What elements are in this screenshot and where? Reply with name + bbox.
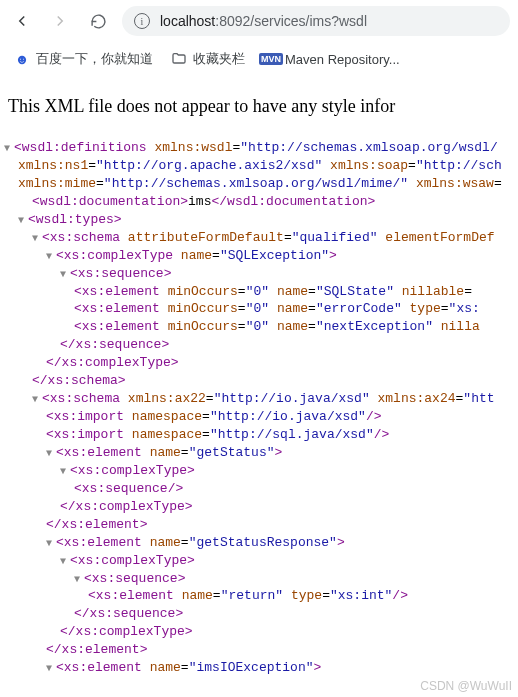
xml-line: </xs:schema> bbox=[4, 372, 514, 390]
bookmark-folder-fav[interactable]: 收藏夹栏 bbox=[171, 50, 245, 68]
xml-line[interactable]: ▼<xs:schema attributeFormDefault="qualif… bbox=[4, 229, 514, 247]
disclosure-triangle-icon[interactable]: ▼ bbox=[74, 573, 84, 587]
bookmark-maven[interactable]: MVN Maven Repository... bbox=[263, 51, 400, 67]
xml-line: </xs:complexType> bbox=[4, 623, 514, 641]
disclosure-triangle-icon[interactable]: ▼ bbox=[46, 447, 56, 461]
disclosure-triangle-icon[interactable]: ▼ bbox=[60, 268, 70, 282]
xml-line[interactable]: ▼<xs:element name="imsIOException"> bbox=[4, 659, 514, 677]
xml-line[interactable]: ▼<xs:sequence> bbox=[4, 265, 514, 283]
xml-line[interactable]: ▼<xs:complexType name="SQLException"> bbox=[4, 247, 514, 265]
site-info-icon[interactable]: i bbox=[134, 13, 150, 29]
xml-line: </xs:element> bbox=[4, 516, 514, 534]
disclosure-triangle-icon[interactable]: ▼ bbox=[46, 250, 56, 264]
xml-line: <xs:sequence/> bbox=[4, 480, 514, 498]
xml-line: </xs:sequence> bbox=[4, 336, 514, 354]
xml-line: <xs:import namespace="http://sql.java/xs… bbox=[4, 426, 514, 444]
disclosure-triangle-icon[interactable]: ▼ bbox=[46, 662, 56, 676]
disclosure-triangle-icon[interactable]: ▼ bbox=[60, 465, 70, 479]
forward-button[interactable] bbox=[46, 7, 74, 35]
xml-line: </xs:sequence> bbox=[4, 605, 514, 623]
bookmarks-bar: ☻ 百度一下，你就知道 收藏夹栏 MVN Maven Repository... bbox=[0, 42, 518, 78]
xml-line: <xs:element name="return" type="xs:int"/… bbox=[4, 587, 514, 605]
xml-style-notice: This XML file does not appear to have an… bbox=[0, 78, 518, 139]
disclosure-triangle-icon[interactable]: ▼ bbox=[46, 537, 56, 551]
disclosure-triangle-icon[interactable]: ▼ bbox=[18, 214, 28, 228]
xml-line: <wsdl:documentation>ims</wsdl:documentat… bbox=[4, 193, 514, 211]
xml-line: <xs:element minOccurs="0" name="nextExce… bbox=[4, 318, 514, 336]
xml-line[interactable]: ▼<xs:schema xmlns:ax22="http://io.java/x… bbox=[4, 390, 514, 408]
xml-line[interactable]: ▼<xs:sequence> bbox=[4, 570, 514, 588]
xml-line: <xs:element minOccurs="0" name="SQLState… bbox=[4, 283, 514, 301]
back-button[interactable] bbox=[8, 7, 36, 35]
url-text: localhost:8092/services/ims?wsdl bbox=[160, 13, 367, 29]
xml-line[interactable]: ▼<wsdl:definitions xmlns:wsdl="http://sc… bbox=[4, 139, 514, 157]
mvn-icon: MVN bbox=[263, 51, 279, 67]
disclosure-triangle-icon[interactable]: ▼ bbox=[32, 232, 42, 246]
xml-line[interactable]: ▼<xs:element name="getStatus"> bbox=[4, 444, 514, 462]
bookmark-label: 百度一下，你就知道 bbox=[36, 50, 153, 68]
xml-line: xmlns:ns1="http://org.apache.axis2/xsd" … bbox=[4, 157, 514, 175]
reload-button[interactable] bbox=[84, 7, 112, 35]
address-bar[interactable]: i localhost:8092/services/ims?wsdl bbox=[122, 6, 510, 36]
bookmark-label: Maven Repository... bbox=[285, 52, 400, 67]
xml-line[interactable]: ▼<wsdl:types> bbox=[4, 211, 514, 229]
browser-toolbar: i localhost:8092/services/ims?wsdl bbox=[0, 0, 518, 42]
xml-line: <xs:import namespace="http://io.java/xsd… bbox=[4, 408, 514, 426]
bookmark-label: 收藏夹栏 bbox=[193, 50, 245, 68]
disclosure-triangle-icon[interactable]: ▼ bbox=[32, 393, 42, 407]
xml-line[interactable]: ▼<xs:complexType> bbox=[4, 552, 514, 570]
xml-line: xmlns:mime="http://schemas.xmlsoap.org/w… bbox=[4, 175, 514, 193]
xml-line: </xs:complexType> bbox=[4, 498, 514, 516]
xml-line[interactable]: ▼<xs:complexType> bbox=[4, 462, 514, 480]
bookmark-baidu[interactable]: ☻ 百度一下，你就知道 bbox=[14, 50, 153, 68]
disclosure-triangle-icon[interactable]: ▼ bbox=[60, 555, 70, 569]
baidu-icon: ☻ bbox=[14, 51, 30, 67]
xml-line[interactable]: ▼<xs:element name="getStatusResponse"> bbox=[4, 534, 514, 552]
folder-icon bbox=[171, 51, 187, 67]
xml-line: <xs:element minOccurs="0" name="errorCod… bbox=[4, 300, 514, 318]
watermark-text: CSDN @WuWuII bbox=[420, 679, 512, 693]
xml-line: </xs:element> bbox=[4, 641, 514, 659]
xml-tree: ▼<wsdl:definitions xmlns:wsdl="http://sc… bbox=[0, 139, 518, 677]
xml-line: </xs:complexType> bbox=[4, 354, 514, 372]
disclosure-triangle-icon[interactable]: ▼ bbox=[4, 142, 14, 156]
